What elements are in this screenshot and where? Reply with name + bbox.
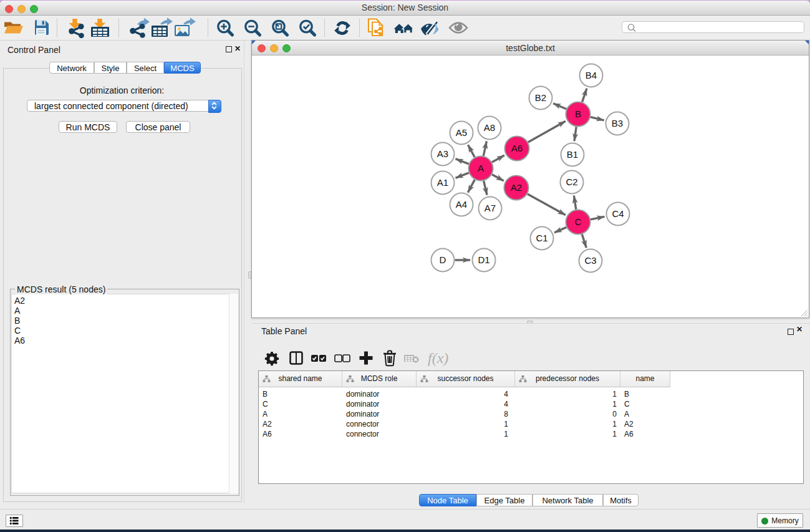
svg-text:A3: A3 [437,148,448,159]
svg-text:A6: A6 [511,143,523,153]
svg-text:C1: C1 [536,233,547,243]
svg-text:D1: D1 [478,254,489,265]
svg-text:A1: A1 [437,177,448,188]
svg-text:A4: A4 [456,199,467,210]
svg-text:D: D [440,254,446,265]
svg-text:C: C [575,216,582,227]
svg-text:B1: B1 [567,149,578,160]
svg-text:B4: B4 [586,70,597,80]
svg-text:B: B [575,109,581,119]
svg-text:B2: B2 [535,92,546,103]
svg-text:A5: A5 [456,127,467,138]
svg-text:A: A [478,163,484,173]
svg-text:C4: C4 [612,208,624,219]
svg-text:B3: B3 [612,118,623,128]
svg-text:A8: A8 [484,122,495,133]
svg-text:A2: A2 [511,182,522,193]
svg-text:C3: C3 [584,255,596,266]
svg-text:C2: C2 [566,177,577,187]
svg-text:A7: A7 [485,203,496,213]
